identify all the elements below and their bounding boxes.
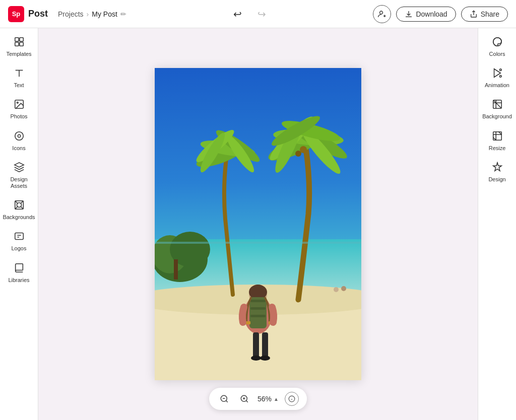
design-canvas[interactable] [155,68,361,380]
header: Sp Post Projects › My Post ✏ ↩ ↪ Downloa… [0,0,516,28]
logos-icon [14,231,25,243]
sidebar-item-icons[interactable]: Icons [2,126,36,156]
svg-line-14 [15,201,18,204]
sidebar-item-logos[interactable]: Logos [2,227,36,256]
colors-icon [492,36,503,49]
design-assets-icon [14,162,25,174]
svg-point-11 [18,134,21,137]
sidebar-item-resize[interactable]: Resize [480,126,514,156]
app-logo: Sp Post [8,6,48,22]
svg-rect-57 [262,332,268,358]
svg-point-72 [499,76,501,78]
svg-rect-3 [19,38,23,41]
canvas-area: 56% ▲ [38,28,478,420]
logo-icon: Sp [8,6,24,22]
breadcrumb-separator: › [87,10,89,18]
sidebar-item-templates[interactable]: Templates [2,32,36,61]
sidebar-item-libraries[interactable]: Libraries [2,258,36,288]
background-icon [492,99,503,111]
svg-rect-4 [15,42,18,46]
sidebar-item-colors[interactable]: Colors [480,32,514,61]
svg-rect-27 [174,259,178,279]
breadcrumb-projects[interactable]: Projects [58,10,84,18]
svg-point-58 [251,356,261,361]
svg-line-64 [246,400,248,402]
svg-rect-5 [19,42,23,46]
zoom-dropdown-arrow[interactable]: ▲ [274,396,279,402]
breadcrumb-current: My Post [92,10,117,18]
resize-label: Resize [489,145,506,152]
sidebar-item-photos[interactable]: Photos [2,95,36,124]
redo-button[interactable]: ↪ [254,6,270,22]
sidebar-item-text[interactable]: Text [2,63,36,93]
colors-label: Colors [489,51,505,57]
share-button[interactable]: Share [461,7,508,22]
logos-label: Logos [12,245,27,252]
svg-rect-52 [250,307,266,310]
share-icon [470,10,478,18]
zoom-value-display: 56% ▲ [257,395,279,403]
edit-title-icon[interactable]: ✏ [120,10,126,18]
svg-line-17 [20,206,23,209]
libraries-icon [14,262,25,275]
main-layout: Templates Text Photos [0,28,516,420]
zoom-in-button[interactable] [237,392,251,406]
backgrounds-icon [14,199,25,212]
svg-line-15 [20,201,23,204]
left-sidebar: Templates Text Photos [0,28,38,420]
svg-point-59 [260,356,270,361]
header-right-controls: Download Share [373,5,508,23]
zoom-out-button[interactable] [217,392,231,406]
info-button[interactable] [285,392,299,406]
undo-button[interactable]: ↩ [230,6,246,22]
svg-rect-18 [15,233,23,240]
background-label: Background [482,113,512,120]
zoom-out-icon [220,394,229,403]
svg-point-0 [380,11,383,14]
design-assets-label: Design Assets [4,176,34,189]
svg-rect-2 [15,38,18,41]
libraries-label: Libraries [8,277,29,284]
templates-label: Templates [6,51,31,57]
zoom-toolbar: 56% ▲ [209,388,307,410]
sidebar-item-design[interactable]: Design [480,158,514,187]
sidebar-item-animation[interactable]: Animation [480,63,514,93]
svg-point-71 [499,69,501,71]
svg-rect-51 [250,300,266,302]
photos-label: Photos [10,113,27,120]
svg-line-74 [493,100,501,109]
design-label: Design [488,176,505,183]
add-user-icon [377,10,386,19]
svg-rect-56 [253,332,259,358]
svg-line-61 [226,400,228,402]
right-sidebar: Colors Animation Background [478,28,516,420]
svg-point-43 [295,151,301,157]
sidebar-item-design-assets[interactable]: Design Assets [2,158,36,193]
sidebar-item-backgrounds[interactable]: Backgrounds [2,195,36,225]
design-icon [492,162,503,174]
breadcrumb: Projects › My Post ✏ [58,10,126,18]
svg-point-45 [334,287,339,292]
download-button[interactable]: Download [396,7,456,22]
beach-scene-svg [155,68,361,380]
svg-line-16 [15,206,18,209]
sidebar-item-background[interactable]: Background [480,95,514,124]
animation-icon [492,67,503,80]
zoom-in-icon [240,394,249,403]
text-label: Text [14,82,24,89]
backgrounds-label: Backgrounds [3,214,35,221]
svg-point-46 [341,286,346,291]
info-icon [288,395,295,402]
svg-point-10 [15,131,23,140]
animation-label: Animation [485,82,509,89]
app-name: Post [28,9,48,19]
svg-point-9 [17,102,18,104]
undo-redo-controls: ↩ ↪ [230,6,270,22]
zoom-percentage: 56% [257,395,272,403]
svg-rect-53 [250,315,266,317]
icons-icon [14,130,25,143]
text-icon [14,67,25,80]
download-icon [405,10,413,18]
add-collaborator-button[interactable] [373,5,391,23]
canvas-wrapper [155,68,361,380]
